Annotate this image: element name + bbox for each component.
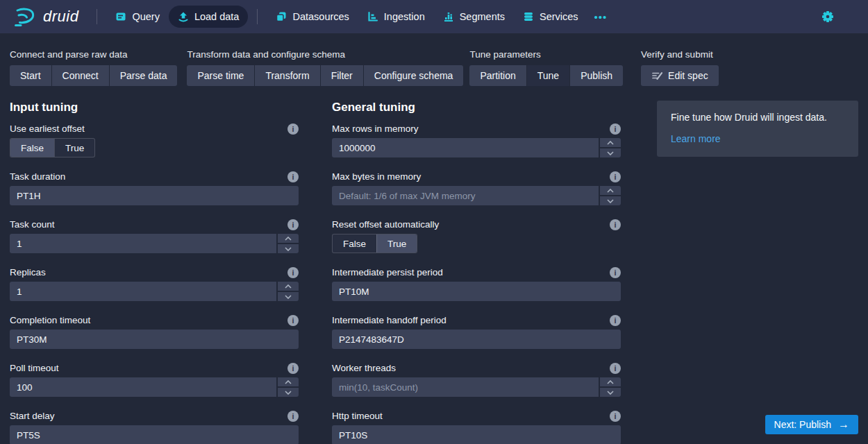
nav-item-label: Segments bbox=[460, 11, 505, 22]
http-timeout-input[interactable] bbox=[332, 425, 621, 444]
info-icon[interactable]: i bbox=[610, 363, 621, 374]
step-button-parse-data[interactable]: Parse data bbox=[110, 65, 178, 86]
nav-item-label: Services bbox=[540, 11, 578, 22]
replicas-input[interactable] bbox=[10, 282, 276, 301]
field-http-timeout: Http timeout i bbox=[332, 410, 621, 444]
chevron-down-icon bbox=[285, 295, 292, 299]
step-button-partition[interactable]: Partition bbox=[469, 65, 526, 86]
nav-item-datasources[interactable]: Datasources bbox=[267, 6, 358, 28]
step-button-filter[interactable]: Filter bbox=[321, 65, 363, 86]
more-menu-button[interactable]: ••• bbox=[587, 6, 615, 28]
worker-threads-input[interactable] bbox=[332, 377, 599, 397]
top-navbar: druid Query Load data Dat bbox=[0, 0, 868, 33]
field-label: Completion timeout bbox=[10, 315, 90, 325]
edit-spec-icon bbox=[651, 70, 662, 81]
poll-timeout-input[interactable] bbox=[10, 377, 276, 397]
field-task-duration: Task duration i bbox=[10, 171, 299, 205]
info-icon[interactable]: i bbox=[610, 411, 621, 422]
brand-wordmark: druid bbox=[43, 8, 78, 26]
main-content: Input tuning Use earliest offset i False… bbox=[0, 101, 868, 444]
intermediate-persist-period-input[interactable] bbox=[332, 282, 621, 301]
field-label: Task count bbox=[10, 219, 55, 230]
nav-item-ingestion[interactable]: Ingestion bbox=[358, 6, 434, 28]
step-navigation: Connect and parse raw data Start Connect… bbox=[0, 49, 868, 86]
step-button-tune[interactable]: Tune bbox=[527, 65, 569, 86]
gear-icon bbox=[821, 10, 834, 23]
step-button-publish[interactable]: Publish bbox=[570, 65, 623, 86]
step-button-parse-time[interactable]: Parse time bbox=[187, 65, 254, 86]
info-icon[interactable]: i bbox=[287, 123, 299, 135]
option-false[interactable]: False bbox=[10, 139, 54, 157]
nav-item-services[interactable]: Services bbox=[514, 6, 587, 28]
option-false[interactable]: False bbox=[333, 234, 376, 253]
poll-timeout-stepper bbox=[278, 377, 299, 397]
max-bytes-stepper bbox=[600, 186, 621, 205]
help-callout-panel: Fine tune how Druid will ingest data. Le… bbox=[657, 101, 858, 157]
info-icon[interactable]: i bbox=[610, 219, 621, 230]
settings-gear-button[interactable] bbox=[821, 10, 834, 23]
field-worker-threads: Worker threads i bbox=[332, 362, 621, 397]
info-icon[interactable]: i bbox=[287, 267, 299, 278]
step-button-start[interactable]: Start bbox=[10, 65, 51, 86]
stepper-up-button[interactable] bbox=[278, 377, 299, 386]
info-icon[interactable]: i bbox=[610, 123, 621, 135]
chevron-down-icon bbox=[285, 247, 292, 251]
stepper-down-button[interactable] bbox=[278, 244, 299, 253]
stepper-down-button[interactable] bbox=[600, 148, 621, 157]
navbar-divider bbox=[257, 9, 258, 24]
field-label: Reset offset automatically bbox=[332, 219, 439, 230]
info-icon[interactable]: i bbox=[610, 171, 621, 182]
field-reset-offset-automatically: Reset offset automatically i False True bbox=[332, 219, 621, 253]
chevron-down-icon bbox=[285, 391, 292, 395]
info-icon[interactable]: i bbox=[287, 363, 299, 374]
step-group-connect: Connect and parse raw data Start Connect… bbox=[10, 49, 177, 86]
info-icon[interactable]: i bbox=[287, 315, 299, 326]
navbar-divider bbox=[97, 9, 97, 24]
learn-more-link[interactable]: Learn more bbox=[671, 133, 721, 144]
stepper-up-button[interactable] bbox=[600, 138, 621, 147]
section-title-input-tuning: Input tuning bbox=[10, 101, 299, 114]
max-bytes-in-memory-input[interactable] bbox=[332, 186, 599, 205]
nav-item-query[interactable]: Query bbox=[106, 6, 169, 28]
field-max-rows-in-memory: Max rows in memory i bbox=[332, 123, 621, 157]
nav-item-label: Ingestion bbox=[384, 11, 425, 22]
stepper-down-button[interactable] bbox=[600, 196, 621, 205]
task-count-input[interactable] bbox=[10, 234, 276, 253]
step-button-transform[interactable]: Transform bbox=[255, 65, 319, 86]
info-icon[interactable]: i bbox=[610, 267, 621, 278]
info-icon[interactable]: i bbox=[287, 411, 299, 422]
nav-item-label: Datasources bbox=[292, 11, 349, 22]
field-label: Replicas bbox=[10, 267, 46, 278]
next-publish-button[interactable]: Next: Publish → bbox=[765, 415, 858, 434]
intermediate-handoff-period-input[interactable] bbox=[332, 330, 621, 349]
option-true[interactable]: True bbox=[376, 234, 417, 253]
stepper-down-button[interactable] bbox=[278, 388, 299, 397]
info-icon[interactable]: i bbox=[287, 171, 299, 182]
nav-item-segments[interactable]: Segments bbox=[434, 6, 514, 28]
stepper-up-button[interactable] bbox=[278, 234, 299, 243]
step-button-configure-schema[interactable]: Configure schema bbox=[364, 65, 464, 86]
input-tuning-column: Input tuning Use earliest offset i False… bbox=[10, 101, 299, 444]
field-max-bytes-in-memory: Max bytes in memory i bbox=[332, 171, 621, 205]
stepper-down-button[interactable] bbox=[278, 292, 299, 301]
help-button[interactable]: ? bbox=[846, 11, 858, 23]
stepper-down-button[interactable] bbox=[600, 388, 621, 397]
nav-item-load-data[interactable]: Load data bbox=[169, 6, 249, 28]
druid-logo: druid bbox=[10, 6, 78, 27]
field-poll-timeout: Poll timeout i bbox=[10, 362, 299, 397]
step-button-edit-spec[interactable]: Edit spec bbox=[641, 65, 719, 86]
stepper-up-button[interactable] bbox=[600, 186, 621, 195]
navbar-right: ? bbox=[821, 10, 858, 23]
start-delay-input[interactable] bbox=[10, 425, 299, 444]
max-rows-in-memory-input[interactable] bbox=[332, 138, 599, 157]
field-intermediate-handoff-period: Intermediate handoff period i bbox=[332, 314, 621, 349]
step-button-connect[interactable]: Connect bbox=[52, 65, 109, 86]
completion-timeout-input[interactable] bbox=[10, 330, 299, 349]
info-icon[interactable]: i bbox=[287, 219, 299, 230]
info-icon[interactable]: i bbox=[610, 315, 621, 326]
chevron-up-icon bbox=[607, 189, 614, 193]
option-true[interactable]: True bbox=[54, 139, 94, 157]
stepper-up-button[interactable] bbox=[278, 282, 299, 291]
task-duration-input[interactable] bbox=[10, 186, 299, 205]
stepper-up-button[interactable] bbox=[600, 377, 621, 386]
